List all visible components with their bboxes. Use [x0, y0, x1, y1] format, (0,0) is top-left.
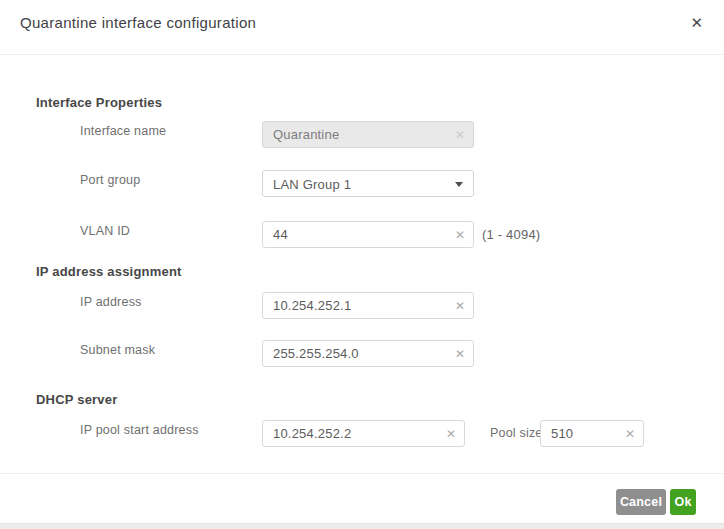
clear-icon[interactable]: ✕: [455, 229, 465, 241]
pool-size-label: Pool size: [490, 425, 543, 441]
ok-button[interactable]: Ok: [670, 489, 696, 515]
clear-icon[interactable]: ✕: [455, 300, 465, 312]
footer-divider: [0, 473, 724, 474]
vlan-id-label: VLAN ID: [80, 223, 130, 239]
section-title-ip-address-assignment: IP address assignment: [36, 264, 182, 280]
pool-size-field: ✕: [540, 420, 644, 447]
port-group-label: Port group: [80, 172, 140, 188]
subnet-mask-field: ✕: [262, 340, 474, 367]
interface-name-field: ✕: [262, 121, 474, 148]
close-icon[interactable]: ✕: [690, 14, 703, 32]
quarantine-interface-config-dialog: Quarantine interface configuration ✕ Int…: [0, 0, 724, 529]
clear-icon[interactable]: ✕: [455, 348, 465, 360]
interface-name-input: [263, 122, 473, 147]
dialog-bottom-edge: [0, 523, 724, 529]
cancel-button[interactable]: Cancel: [616, 489, 666, 515]
ip-pool-start-field: ✕: [262, 420, 465, 447]
vlan-id-input[interactable]: [263, 222, 473, 247]
port-group-dropdown[interactable]: LAN Group 1: [262, 170, 474, 197]
chevron-down-icon: [455, 182, 463, 187]
ip-address-field: ✕: [262, 292, 474, 319]
vlan-id-field: ✕: [262, 221, 474, 248]
clear-icon[interactable]: ✕: [446, 428, 456, 440]
subnet-mask-label: Subnet mask: [80, 342, 155, 358]
dialog-title: Quarantine interface configuration: [20, 14, 256, 31]
ip-pool-start-label: IP pool start address: [80, 422, 199, 438]
subnet-mask-input[interactable]: [263, 341, 473, 366]
section-title-interface-properties: Interface Properties: [36, 95, 162, 111]
port-group-selected-value: LAN Group 1: [273, 176, 351, 191]
clear-icon: ✕: [455, 129, 465, 141]
vlan-id-range-hint: (1 - 4094): [482, 227, 540, 243]
ip-address-label: IP address: [80, 294, 142, 310]
section-title-dhcp-server: DHCP server: [36, 392, 117, 408]
interface-name-label: Interface name: [80, 123, 166, 139]
clear-icon[interactable]: ✕: [625, 428, 635, 440]
header-divider: [0, 54, 724, 55]
ip-address-input[interactable]: [263, 293, 473, 318]
ip-pool-start-input[interactable]: [263, 421, 464, 446]
